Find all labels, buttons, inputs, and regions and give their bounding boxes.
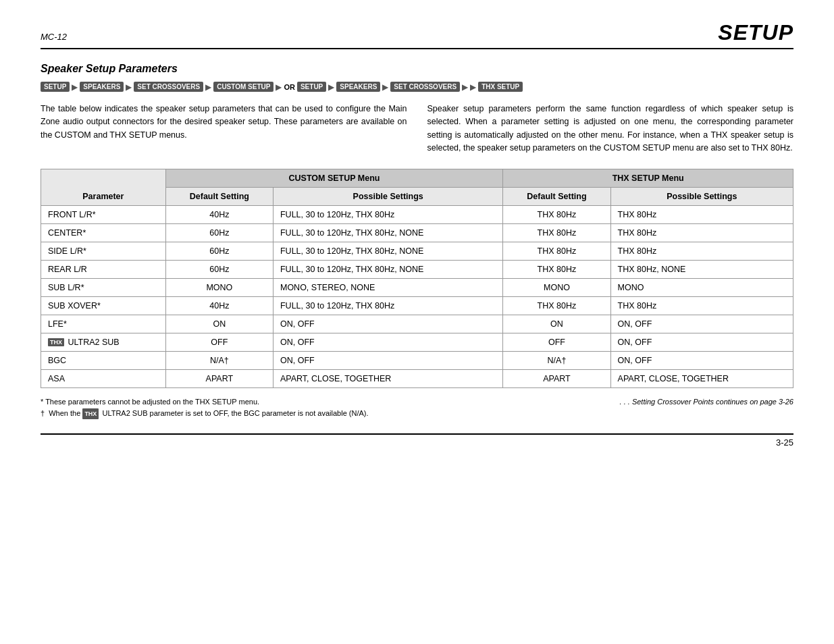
footnotes-left: * These parameters cannot be adjusted on… — [41, 396, 620, 420]
custom-possible-cell: APART, CLOSE, TOGETHER — [273, 369, 502, 387]
intro-left: The table below indicates the speaker se… — [41, 103, 407, 155]
breadcrumb-custom-setup: CUSTOM SETUP — [213, 82, 273, 92]
custom-possible-cell: ON, OFF — [273, 351, 502, 369]
thx-possible-cell: ON, OFF — [610, 315, 793, 333]
breadcrumb-speakers1: SPEAKERS — [80, 82, 124, 92]
thx-possible-cell: MONO — [610, 278, 793, 296]
thx-default-cell: N/A† — [503, 351, 610, 369]
thx-default-cell: ON — [503, 315, 610, 333]
breadcrumb: SETUP ▶ SPEAKERS ▶ SET CROSSOVERS ▶ CUST… — [41, 82, 793, 92]
thx-possible-cell: APART, CLOSE, TOGETHER — [610, 369, 793, 387]
table-row: SUB XOVER*40HzFULL, 30 to 120Hz, THX 80H… — [41, 296, 793, 315]
table-row: REAR L/R60HzFULL, 30 to 120Hz, THX 80Hz,… — [41, 260, 793, 278]
page-title: SETUP — [718, 20, 793, 45]
custom-possible-cell: FULL, 30 to 120Hz, THX 80Hz — [273, 205, 502, 223]
breadcrumb-setup1: SETUP — [41, 82, 70, 92]
intro-text: The table below indicates the speaker se… — [41, 103, 793, 155]
table-row: ASAAPARTAPART, CLOSE, TOGETHERAPARTAPART… — [41, 369, 793, 387]
thx-possible-cell: THX 80Hz — [610, 296, 793, 315]
page-number: 3-25 — [776, 437, 793, 448]
table-row: BGCN/A†ON, OFFN/A†ON, OFF — [41, 351, 793, 369]
col-header-param: Parameter — [41, 169, 166, 205]
thx-default-cell: THX 80Hz — [503, 242, 610, 260]
thx-possible-cell: THX 80Hz — [610, 205, 793, 223]
breadcrumb-set-crossovers2: SET CROSSOVERS — [390, 82, 460, 92]
thx-default-cell: THX 80Hz — [503, 223, 610, 242]
section-title: Speaker Setup Parameters — [41, 63, 793, 75]
thx-default-cell: THX 80Hz — [503, 296, 610, 315]
custom-default-cell: 40Hz — [165, 205, 273, 223]
thx-possible-cell: THX 80Hz — [610, 223, 793, 242]
custom-default-cell: 60Hz — [165, 223, 273, 242]
table-row: SUB L/R*MONOMONO, STEREO, NONEMONOMONO — [41, 278, 793, 296]
custom-default-cell: N/A† — [165, 351, 273, 369]
col-header-custom-possible: Possible Settings — [273, 187, 502, 205]
thx-default-cell: OFF — [503, 333, 610, 351]
header-bar: MC-12 SETUP — [41, 20, 793, 49]
breadcrumb-setup2: SETUP — [297, 82, 326, 92]
thx-default-cell: THX 80Hz — [503, 260, 610, 278]
breadcrumb-speakers2: SPEAKERS — [336, 82, 380, 92]
thx-badge-footnote: THX — [82, 408, 99, 419]
table-row: THX ULTRA2 SUBOFFON, OFFOFFON, OFF — [41, 333, 793, 351]
custom-default-cell: 60Hz — [165, 242, 273, 260]
thx-default-cell: APART — [503, 369, 610, 387]
thx-possible-cell: ON, OFF — [610, 333, 793, 351]
footnote-star: * These parameters cannot be adjusted on… — [41, 396, 620, 408]
table-row: LFE*ONON, OFFONON, OFF — [41, 315, 793, 333]
thx-possible-cell: THX 80Hz, NONE — [610, 260, 793, 278]
breadcrumb-set-crossovers1: SET CROSSOVERS — [134, 82, 203, 92]
custom-setup-header: CUSTOM SETUP Menu — [165, 169, 503, 187]
thx-setup-header: THX SETUP Menu — [503, 169, 793, 187]
col-header-custom-default: Default Setting — [165, 187, 273, 205]
custom-possible-cell: FULL, 30 to 120Hz, THX 80Hz, NONE — [273, 242, 502, 260]
footnote-dagger: † When the THX ULTRA2 SUB parameter is s… — [41, 408, 620, 420]
model-label: MC-12 — [41, 32, 67, 42]
custom-default-cell: 60Hz — [165, 260, 273, 278]
col-header-thx-possible: Possible Settings — [610, 187, 793, 205]
thx-default-cell: MONO — [503, 278, 610, 296]
footnotes-row: * These parameters cannot be adjusted on… — [41, 396, 793, 420]
footnotes: * These parameters cannot be adjusted on… — [41, 396, 793, 420]
custom-default-cell: MONO — [165, 278, 273, 296]
params-table: Parameter CUSTOM SETUP Menu THX SETUP Me… — [41, 169, 793, 388]
thx-default-cell: THX 80Hz — [503, 205, 610, 223]
thx-possible-cell: THX 80Hz — [610, 242, 793, 260]
table-row: FRONT L/R*40HzFULL, 30 to 120Hz, THX 80H… — [41, 205, 793, 223]
footer-bar: 3-25 — [41, 433, 793, 448]
footnote-continues: . . . Setting Crossover Points continues… — [620, 396, 793, 408]
custom-possible-cell: ON, OFF — [273, 333, 502, 351]
col-header-thx-default: Default Setting — [503, 187, 610, 205]
custom-possible-cell: FULL, 30 to 120Hz, THX 80Hz — [273, 296, 502, 315]
custom-default-cell: APART — [165, 369, 273, 387]
custom-possible-cell: ON, OFF — [273, 315, 502, 333]
custom-default-cell: 40Hz — [165, 296, 273, 315]
table-row: SIDE L/R*60HzFULL, 30 to 120Hz, THX 80Hz… — [41, 242, 793, 260]
table-row: CENTER*60HzFULL, 30 to 120Hz, THX 80Hz, … — [41, 223, 793, 242]
custom-default-cell: OFF — [165, 333, 273, 351]
breadcrumb-thx-setup: THX SETUP — [478, 82, 523, 92]
custom-default-cell: ON — [165, 315, 273, 333]
custom-possible-cell: FULL, 30 to 120Hz, THX 80Hz, NONE — [273, 223, 502, 242]
breadcrumb-or: OR — [284, 83, 295, 91]
thx-badge-inline: THX — [48, 338, 64, 346]
intro-right: Speaker setup parameters perform the sam… — [427, 103, 794, 155]
custom-possible-cell: FULL, 30 to 120Hz, THX 80Hz, NONE — [273, 260, 502, 278]
custom-possible-cell: MONO, STEREO, NONE — [273, 278, 502, 296]
thx-possible-cell: ON, OFF — [610, 351, 793, 369]
